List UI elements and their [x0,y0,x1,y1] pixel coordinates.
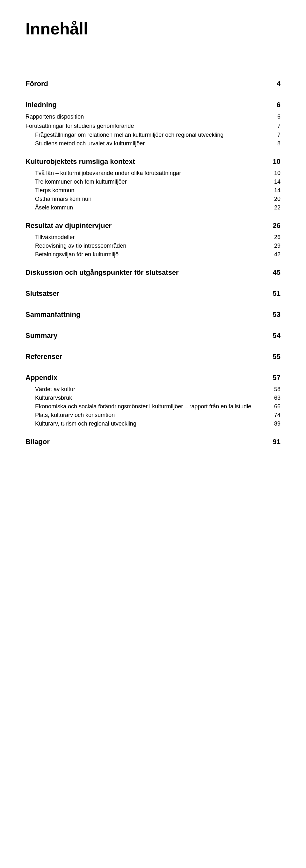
toc-label-tre-kommuner: Tre kommuner och fem kulturmiljöer [35,179,268,185]
toc-page-slutsatser: 51 [268,289,280,298]
toc-label-summary: Summary [26,332,268,340]
toc-item-forutsattningar: Förutsättningar för studiens genomförand… [26,121,280,131]
toc-item-resultat: Resultat av djupintervjuer26 [26,218,280,233]
toc-label-ekonomiska: Ekonomiska och sociala förändringsmönste… [35,403,268,410]
toc-label-osthammars-kommun: Östhammars kommun [35,196,268,203]
toc-page-betalningsviljan: 42 [268,251,280,258]
toc-label-betalningsviljan: Betalningsviljan för en kulturmiljö [35,251,268,258]
toc-item-summary: Summary54 [26,328,280,343]
toc-item-redovisning: Redovisning av tio intresseområden29 [26,242,280,250]
toc-page-summary: 54 [268,332,280,340]
toc-label-rapportens-disposition: Rapportens disposition [26,114,268,120]
toc-item-plats: Plats, kulturarv och konsumtion74 [26,411,280,420]
toc-item-kulturarvsbruk: Kulturarvsbruk63 [26,394,280,402]
toc-page-sammanfattning: 53 [268,310,280,319]
toc-item-tre-kommuner: Tre kommuner och fem kulturmiljöer14 [26,178,280,186]
toc-item-vardet-av-kultur: Värdet av kultur58 [26,385,280,394]
toc-label-fragestallningar: Frågeställningar om relationen mellan ku… [35,132,268,138]
toc-label-sammanfattning: Sammanfattning [26,310,268,319]
toc-label-referenser: Referenser [26,352,268,361]
toc-page-tva-lan: 10 [268,170,280,177]
toc-page-kulturobjektets: 10 [268,157,280,166]
toc-page-kulturarv-turism: 89 [268,421,280,427]
toc-page-rapportens-disposition: 6 [268,114,280,120]
toc-label-kulturarv-turism: Kulturarv, turism och regional utvecklin… [35,421,268,427]
toc-item-ekonomiska: Ekonomiska och sociala förändringsmönste… [26,402,280,411]
toc-item-asele-kommun: Åsele kommun22 [26,204,280,212]
toc-page-osthammars-kommun: 20 [268,196,280,203]
toc-page-tre-kommuner: 14 [268,179,280,185]
toc-page-bilagor: 91 [268,438,280,446]
toc-item-referenser: Referenser55 [26,349,280,364]
toc-item-osthammars-kommun: Östhammars kommun20 [26,195,280,204]
toc-page-inledning: 6 [268,101,280,109]
toc-item-sammanfattning: Sammanfattning53 [26,307,280,322]
toc-item-studiens-metod: Studiens metod och urvalet av kulturmilj… [26,139,280,148]
toc-label-vardet-av-kultur: Värdet av kultur [35,386,268,393]
toc-page-resultat: 26 [268,221,280,230]
toc-label-plats: Plats, kulturarv och konsumtion [35,412,268,418]
toc-page-tillvaxtmodeller: 26 [268,234,280,241]
toc-label-bilagor: Bilagor [26,438,268,446]
toc-page-forord: 4 [268,80,280,88]
toc-item-diskussion: Diskussion och utgångspunkter för slutsa… [26,265,280,280]
toc-item-appendix: Appendix57 [26,370,280,385]
toc-label-diskussion: Diskussion och utgångspunkter för slutsa… [26,269,268,277]
toc-item-tva-lan: Två län – kulturmiljöbevarande under oli… [26,169,280,178]
toc-label-forord: Förord [26,80,268,88]
toc-page-studiens-metod: 8 [268,140,280,147]
toc-label-resultat: Resultat av djupintervjuer [26,221,268,230]
toc-item-rapportens-disposition: Rapportens disposition6 [26,112,280,121]
toc-item-slutsatser: Slutsatser51 [26,286,280,301]
toc-label-studiens-metod: Studiens metod och urvalet av kulturmilj… [35,140,268,147]
toc-label-tva-lan: Två län – kulturmiljöbevarande under oli… [35,170,268,177]
toc-page-plats: 74 [268,412,280,418]
toc-item-kulturobjektets: Kulturobjektets rumsliga kontext10 [26,154,280,169]
toc-page-tierps-kommun: 14 [268,187,280,194]
toc-item-bilagor: Bilagor91 [26,434,280,449]
toc-label-inledning: Inledning [26,101,268,109]
toc-item-tierps-kommun: Tierps kommun14 [26,186,280,195]
toc-label-asele-kommun: Åsele kommun [35,204,268,211]
toc-page-ekonomiska: 66 [268,403,280,410]
toc-label-tillvaxtmodeller: Tillväxtmodeller [35,234,268,241]
toc-page-redovisning: 29 [268,243,280,249]
toc-item-kulturarv-turism: Kulturarv, turism och regional utvecklin… [26,420,280,428]
toc-label-appendix: Appendix [26,374,268,382]
toc-item-tillvaxtmodeller: Tillväxtmodeller26 [26,233,280,242]
toc-page-diskussion: 45 [268,269,280,277]
toc-page-asele-kommun: 22 [268,204,280,211]
toc-label-redovisning: Redovisning av tio intresseområden [35,243,268,249]
toc-label-kulturarvsbruk: Kulturarvsbruk [35,395,268,401]
toc-page-appendix: 57 [268,374,280,382]
page-title: Innehåll [26,19,280,38]
toc-page-fragestallningar: 7 [268,132,280,138]
toc-item-betalningsviljan: Betalningsviljan för en kulturmiljö42 [26,250,280,259]
toc-page-forutsattningar: 7 [268,123,280,129]
toc-page-vardet-av-kultur: 58 [268,386,280,393]
toc-item-inledning: Inledning6 [26,97,280,112]
toc-label-slutsatser: Slutsatser [26,289,268,298]
toc-item-forord: Förord4 [26,76,280,91]
toc-label-forutsattningar: Förutsättningar för studiens genomförand… [26,123,268,129]
toc-item-fragestallningar: Frågeställningar om relationen mellan ku… [26,131,280,139]
toc-label-tierps-kommun: Tierps kommun [35,187,268,194]
toc-page-referenser: 55 [268,352,280,361]
toc-label-kulturobjektets: Kulturobjektets rumsliga kontext [26,157,268,166]
toc-page-kulturarvsbruk: 63 [268,395,280,401]
